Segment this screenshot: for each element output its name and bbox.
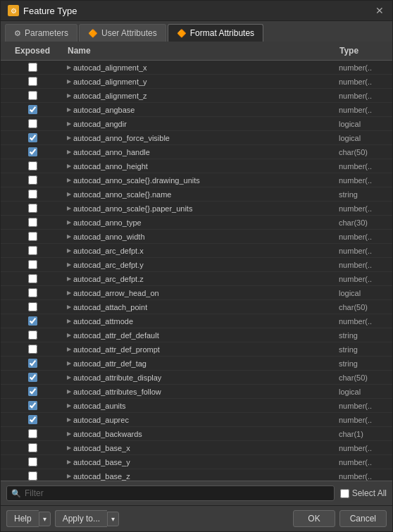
exposed-checkbox[interactable] [28,359,37,368]
tab-parameters[interactable]: ⚙ Parameters [5,24,77,42]
exposed-checkbox[interactable] [28,77,37,86]
exposed-checkbox[interactable] [28,232,37,241]
exposed-checkbox[interactable] [28,147,37,156]
cell-exposed [1,244,64,257]
exposed-checkbox[interactable] [28,91,37,100]
exposed-checkbox[interactable] [28,316,37,326]
exposed-checkbox[interactable] [28,246,37,255]
cell-type: char(50) [336,148,392,156]
row-expand-arrow[interactable]: ▶ [67,135,71,141]
row-expand-arrow[interactable]: ▶ [67,346,71,352]
cell-exposed [1,469,64,481]
exposed-checkbox[interactable] [28,429,37,438]
attribute-name: autocad_alignment_y [73,78,147,86]
exposed-checkbox[interactable] [28,457,37,466]
tab-format-attributes[interactable]: 🔶 Format Attributes [168,24,263,42]
exposed-checkbox[interactable] [28,415,37,424]
apply-to-button[interactable]: Apply to... [55,510,107,527]
cell-name: ▶autocad_anno_width [64,233,336,241]
table-row: ▶autocad_anno_widthnumber(.. [1,230,392,244]
row-expand-arrow[interactable]: ▶ [67,163,71,169]
row-expand-arrow[interactable]: ▶ [67,459,71,465]
row-expand-arrow[interactable]: ▶ [67,261,71,268]
exposed-checkbox[interactable] [28,288,37,297]
cell-name: ▶autocad_angdir [64,120,336,128]
table-row: ▶autocad_alignment_xnumber(.. [1,61,392,75]
row-expand-arrow[interactable]: ▶ [67,431,71,437]
apply-to-dropdown-arrow[interactable]: ▾ [107,512,119,526]
row-expand-arrow[interactable]: ▶ [67,402,71,409]
row-expand-arrow[interactable]: ▶ [67,106,71,113]
attribute-name: autocad_base_x [73,444,130,452]
exposed-checkbox[interactable] [28,119,37,128]
cell-exposed [1,427,64,440]
attribute-name: autocad_anno_force_visible [73,134,170,142]
attribute-name: autocad_base_z [73,472,130,481]
exposed-checkbox[interactable] [28,345,37,354]
cancel-button[interactable]: Cancel [339,510,387,527]
row-expand-arrow[interactable]: ▶ [67,318,71,324]
cell-exposed [1,328,64,342]
exposed-checkbox[interactable] [28,443,37,452]
row-expand-arrow[interactable]: ▶ [67,290,71,296]
cell-type: number(.. [336,106,392,114]
close-button[interactable]: ✕ [374,5,385,16]
filter-input[interactable] [25,488,330,498]
row-expand-arrow[interactable]: ▶ [67,332,71,338]
row-expand-arrow[interactable]: ▶ [67,360,71,366]
cell-name: ▶autocad_anno_scale{}.paper_units [64,204,336,213]
exposed-checkbox[interactable] [28,218,37,227]
ok-button[interactable]: OK [293,510,335,527]
exposed-checkbox[interactable] [28,387,37,396]
select-all-checkbox[interactable] [340,489,349,498]
tabs-container: ⚙ Parameters 🔶 User Attributes 🔶 Format … [1,21,392,42]
cell-name: ▶autocad_arc_defpt.z [64,275,336,283]
row-expand-arrow[interactable]: ▶ [67,149,71,155]
row-expand-arrow[interactable]: ▶ [67,78,71,85]
row-expand-arrow[interactable]: ▶ [67,92,71,99]
cell-exposed [1,75,64,88]
table-row: ▶autocad_arc_defpt.xnumber(.. [1,244,392,258]
table-row: ▶autocad_anno_force_visiblelogical [1,131,392,145]
exposed-checkbox[interactable] [28,373,37,382]
cell-name: ▶autocad_angbase [64,106,336,114]
help-button[interactable]: Help [6,510,39,527]
cell-exposed [1,117,64,130]
row-expand-arrow[interactable]: ▶ [67,177,71,183]
row-expand-arrow[interactable]: ▶ [67,276,71,282]
table-row: ▶autocad_arc_defpt.znumber(.. [1,272,392,286]
row-expand-arrow[interactable]: ▶ [67,304,71,310]
help-dropdown-arrow[interactable]: ▾ [39,512,51,526]
exposed-checkbox[interactable] [28,274,37,283]
row-expand-arrow[interactable]: ▶ [67,191,71,197]
exposed-checkbox[interactable] [28,105,37,114]
row-expand-arrow[interactable]: ▶ [67,120,71,127]
cell-exposed [1,61,64,74]
cell-type: char(30) [336,218,392,227]
row-expand-arrow[interactable]: ▶ [67,374,71,381]
exposed-checkbox[interactable] [28,161,37,171]
cell-exposed [1,342,64,356]
tab-user-attributes[interactable]: 🔶 User Attributes [79,24,166,42]
row-expand-arrow[interactable]: ▶ [67,247,71,254]
exposed-checkbox[interactable] [28,330,37,340]
exposed-checkbox[interactable] [28,401,37,410]
table-row: ▶autocad_attribute_displaychar(50) [1,371,392,385]
row-expand-arrow[interactable]: ▶ [67,473,71,479]
attribute-name: autocad_alignment_z [73,92,147,100]
exposed-checkbox[interactable] [28,204,37,213]
row-expand-arrow[interactable]: ▶ [67,64,71,70]
row-expand-arrow[interactable]: ▶ [67,388,71,395]
exposed-checkbox[interactable] [28,190,37,199]
exposed-checkbox[interactable] [28,175,37,185]
exposed-checkbox[interactable] [28,302,37,311]
row-expand-arrow[interactable]: ▶ [67,205,71,211]
exposed-checkbox[interactable] [28,260,37,269]
exposed-checkbox[interactable] [28,471,37,481]
exposed-checkbox[interactable] [28,63,37,72]
row-expand-arrow[interactable]: ▶ [67,233,71,240]
exposed-checkbox[interactable] [28,133,37,142]
row-expand-arrow[interactable]: ▶ [67,445,71,451]
row-expand-arrow[interactable]: ▶ [67,219,71,225]
row-expand-arrow[interactable]: ▶ [67,416,71,423]
